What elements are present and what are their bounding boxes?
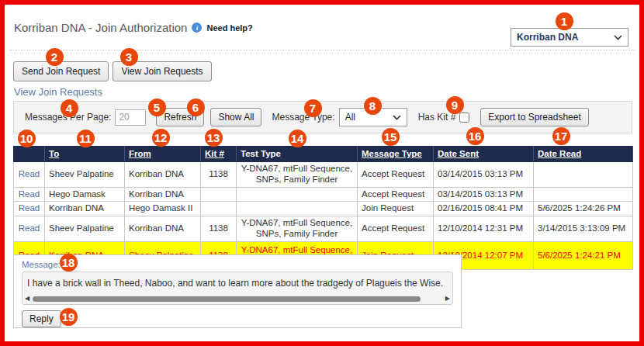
project-select[interactable]: Korriban DNA [511, 28, 628, 47]
cell-to: Korriban DNA [45, 202, 125, 216]
cell-kit: 1138 [201, 216, 237, 242]
cell-test-type: Y-DNA67, mtFull Sequence, SNPs, Family F… [237, 216, 358, 242]
has-kit-label: Has Kit # [418, 112, 456, 123]
send-join-request-button[interactable]: Send Join Request [13, 61, 109, 81]
cell-message-type: Accept Request [358, 216, 434, 242]
annotation-badge-1: 1 [556, 12, 573, 30]
read-link[interactable]: Read [19, 169, 40, 178]
cell-date-read: 5/6/2025 1:24:21 PM [534, 241, 633, 270]
annotation-badge-10: 10 [18, 130, 36, 147]
annotation-badge-18: 18 [60, 254, 78, 272]
cell-kit [201, 202, 237, 216]
section-heading: View Join Requests [14, 86, 102, 98]
annotation-badge-3: 3 [120, 48, 138, 66]
cell-from: Korriban DNA [125, 216, 201, 242]
annotation-badge-7: 7 [304, 99, 322, 117]
info-icon[interactable]: i [192, 22, 202, 33]
annotation-badge-14: 14 [289, 130, 306, 147]
need-help-link[interactable]: Need help? [206, 23, 252, 33]
show-all-button[interactable]: Show All [210, 108, 261, 126]
cell-date-read: 3/14/2015 3:13:09 PM [534, 216, 633, 242]
column-header-test-type: Test Type [237, 147, 358, 162]
table-header-row: To From Kit # Test Type Message Type Dat… [14, 147, 633, 162]
message-box: I have a brick wall in Theed, Naboo, and… [22, 272, 453, 305]
scrollbar-track[interactable] [31, 296, 444, 302]
annotation-badge-4: 4 [61, 99, 78, 117]
page-header: Korriban DNA - Join Authorization i Need… [14, 21, 253, 34]
cell-kit: 1138 [201, 162, 237, 188]
annotation-badge-2: 2 [46, 48, 64, 66]
column-header-kit[interactable]: Kit # [201, 147, 237, 162]
toolbar: Messages Per Page: Refresh Show All Mess… [13, 101, 632, 133]
annotation-badge-16: 16 [466, 127, 484, 145]
cell-message-type: Join Request [358, 202, 434, 216]
cell-to: Sheev Palpatine [45, 162, 125, 188]
cell-test-type [237, 187, 358, 202]
chevron-down-icon [393, 115, 401, 120]
column-header-message-type[interactable]: Message Type [358, 147, 434, 162]
table-row: Read Hego Damask Korriban DNA Accept Req… [14, 187, 633, 202]
export-to-spreadsheet-button[interactable]: Export to Spreadsheet [480, 108, 588, 126]
message-text: I have a brick wall in Theed, Naboo, and… [23, 272, 452, 289]
cell-message-type: Accept Request [358, 162, 434, 188]
cell-date-read [534, 187, 633, 202]
reply-button[interactable]: Reply [22, 310, 61, 327]
scrollbar-thumb[interactable] [33, 296, 421, 302]
has-kit-checkbox[interactable] [459, 112, 469, 123]
table-row: Read Sheev Palpatine Korriban DNA 1138 Y… [14, 216, 633, 242]
cell-from: Korriban DNA [125, 187, 201, 202]
cell-test-type [237, 202, 358, 216]
message-panel: Message: I have a brick wall in Theed, N… [13, 254, 462, 328]
join-requests-table: To From Kit # Test Type Message Type Dat… [13, 146, 633, 270]
messages-per-page-input[interactable] [115, 109, 146, 126]
cell-date-read: 5/6/2025 1:24:26 PM [534, 202, 633, 216]
message-label: Message: [22, 260, 61, 269]
action-button-row: Send Join Request View Join Requests [13, 61, 212, 81]
annotation-badge-12: 12 [152, 129, 170, 147]
horizontal-scrollbar[interactable]: ◀ ▶ [25, 295, 450, 303]
cell-date-sent: 03/14/2015 03:13 PM [434, 162, 534, 188]
read-link[interactable]: Read [19, 203, 40, 213]
project-select-value: Korriban DNA [517, 32, 578, 43]
column-header-date-sent[interactable]: Date Sent [434, 147, 534, 162]
header-divider [9, 50, 635, 50]
scroll-right-icon[interactable]: ▶ [445, 296, 450, 302]
cell-test-type: Y-DNA67, mtFull Sequence, SNPs, Family F… [237, 162, 358, 188]
annotation-badge-17: 17 [552, 127, 570, 145]
cell-from: Hego Damask II [125, 202, 201, 216]
cell-date-sent: 02/16/2015 08:41 PM [434, 202, 534, 216]
column-header-to[interactable]: To [45, 147, 125, 162]
scroll-left-icon[interactable]: ◀ [25, 296, 29, 302]
cell-date-sent: 12/10/2014 12:31 PM [434, 216, 534, 242]
cell-date-read [534, 162, 633, 188]
annotation-badge-8: 8 [364, 97, 382, 115]
cell-from: Korriban DNA [125, 162, 201, 188]
chevron-down-icon [614, 35, 622, 40]
annotation-badge-15: 15 [382, 128, 400, 146]
annotation-badge-9: 9 [446, 96, 464, 114]
read-link[interactable]: Read [19, 223, 40, 233]
cell-to: Sheev Palpatine [45, 216, 125, 242]
cell-to: Hego Damask [45, 187, 125, 202]
cell-kit [201, 187, 237, 202]
column-header-from[interactable]: From [125, 147, 201, 162]
cell-date-sent: 03/14/2015 03:13 PM [434, 187, 534, 202]
annotation-badge-19: 19 [60, 308, 78, 326]
table-row: Read Korriban DNA Hego Damask II Join Re… [14, 202, 633, 216]
annotation-badge-11: 11 [77, 130, 95, 147]
annotation-badge-13: 13 [205, 129, 223, 147]
cell-message-type: Accept Request [358, 187, 434, 202]
annotation-badge-6: 6 [187, 99, 205, 116]
annotation-badge-5: 5 [148, 99, 166, 116]
column-header-date-read[interactable]: Date Read [534, 147, 633, 162]
column-header-read [14, 147, 45, 162]
read-link[interactable]: Read [19, 189, 40, 199]
table-row: Read Sheev Palpatine Korriban DNA 1138 Y… [14, 162, 633, 188]
page-title: Korriban DNA - Join Authorization [14, 21, 187, 34]
message-type-label: Message Type: [272, 112, 334, 123]
join-authorization-page: Korriban DNA - Join Authorization i Need… [0, 0, 644, 346]
message-type-select-value: All [345, 112, 355, 123]
